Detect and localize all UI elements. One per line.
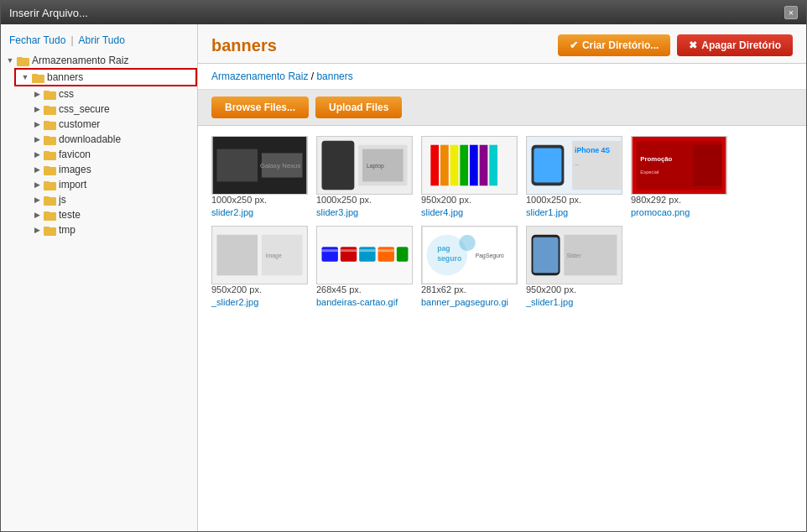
svg-rect-35 [440, 145, 449, 186]
delete-directory-button[interactable]: ✖ Apagar Diretório [677, 34, 793, 56]
svg-rect-40 [489, 145, 497, 186]
file-size-2: 1000x250 px. [316, 195, 372, 205]
expander-root: ▼ [4, 55, 16, 66]
folder-icon-downloadable [43, 133, 56, 145]
folder-icon-import [43, 179, 56, 190]
svg-rect-63 [341, 249, 357, 252]
expander-images: ▶ [31, 164, 43, 175]
browse-files-button[interactable]: Browse Files... [211, 96, 309, 118]
tree-root[interactable]: ▼ Armazenamento Raiz [1, 53, 197, 68]
svg-rect-51 [694, 145, 722, 186]
svg-rect-13 [44, 151, 49, 154]
svg-rect-3 [32, 74, 38, 77]
sidebar-item-css-secure[interactable]: ▶ css_secure [14, 102, 197, 117]
svg-rect-19 [44, 196, 49, 200]
svg-rect-57 [322, 247, 338, 261]
list-item[interactable]: pag seguro PagSeguro 281x62 px. banner_p… [421, 226, 518, 307]
open-all-link[interactable]: Abrir Tudo [79, 34, 125, 46]
create-directory-label: Criar Diretório... [582, 39, 659, 51]
close-all-link[interactable]: Fechar Tudo [9, 34, 65, 46]
svg-rect-37 [460, 145, 468, 186]
title-bar: Inserir Arquivo... × [1, 1, 806, 24]
svg-text:iPhone 4S: iPhone 4S [575, 146, 610, 154]
expander-css-secure: ▶ [31, 103, 43, 115]
sidebar-item-tmp[interactable]: ▶ tmp [14, 222, 197, 237]
list-item[interactable]: Laptop 1000x250 px. slider3.jpg [316, 136, 413, 217]
sidebar-item-favicon[interactable]: ▶ favicon [14, 147, 197, 162]
file-size-4: 1000x250 px. [526, 195, 581, 205]
folder-icon-images [43, 164, 56, 175]
check-icon: ✔ [570, 39, 578, 51]
sidebar-item-label-banners: banners [47, 71, 83, 83]
sidebar-item-banners[interactable]: ▼ banners [14, 68, 197, 86]
file-size-1: 1000x250 px. [211, 195, 267, 205]
svg-rect-21 [44, 211, 49, 215]
svg-rect-38 [470, 145, 478, 186]
svg-text:seguro: seguro [437, 254, 461, 263]
list-item[interactable]: Slider 950x200 px. _slider1.jpg [526, 226, 622, 307]
svg-rect-64 [359, 249, 375, 252]
expander-downloadable: ▶ [31, 133, 43, 145]
svg-rect-29 [322, 141, 355, 190]
file-size-8: 281x62 px. [421, 284, 466, 295]
folder-icon-js [43, 194, 56, 206]
sidebar-item-import[interactable]: ▶ import [14, 177, 197, 192]
folder-icon-teste [43, 209, 56, 221]
svg-rect-5 [44, 91, 49, 94]
list-item[interactable]: Image 950x200 px. _slider2.jpg [211, 226, 308, 307]
file-size-7: 268x45 px. [316, 284, 362, 295]
breadcrumb-root-link[interactable]: Armazenamento Raiz [211, 70, 308, 82]
list-item[interactable]: Promoção Especial 980x292 px. promocao.p… [631, 136, 727, 217]
expander-banners: ▼ [19, 71, 31, 83]
sidebar-item-label-css-secure: css_secure [59, 103, 110, 115]
svg-rect-36 [450, 145, 459, 186]
list-item[interactable]: 268x45 px. bandeiras-cartao.gif [316, 226, 413, 307]
sidebar-item-label-teste: teste [59, 209, 81, 221]
close-button[interactable]: × [784, 6, 798, 19]
main-content: Fechar Tudo | Abrir Tudo ▼ Armazenamento… [1, 24, 806, 531]
sidebar-item-label-downloadable: downloadable [59, 133, 121, 145]
folder-icon-css-secure [43, 103, 56, 115]
svg-rect-65 [378, 249, 394, 252]
svg-point-70 [459, 235, 475, 251]
file-name-9: _slider1.jpg [526, 297, 573, 307]
svg-rect-17 [44, 181, 49, 185]
list-item[interactable]: 950x200 px. slider4.jpg [421, 136, 518, 217]
breadcrumb-current-link[interactable]: banners [316, 70, 352, 82]
svg-rect-27 [262, 153, 303, 177]
header-buttons: ✔ Criar Diretório... ✖ Apagar Diretório [558, 34, 793, 56]
sidebar-item-downloadable[interactable]: ▶ downloadable [14, 132, 197, 147]
file-size-3: 950x200 px. [421, 195, 471, 205]
svg-rect-62 [322, 249, 338, 252]
folder-icon-css [43, 88, 56, 100]
svg-rect-11 [44, 136, 49, 139]
svg-rect-34 [430, 145, 439, 186]
expander-favicon: ▶ [31, 149, 43, 160]
file-name-1: slider2.jpg [211, 207, 253, 217]
svg-text:Especial: Especial [640, 170, 659, 175]
file-thumbnail-1: Galaxy Nexus [211, 136, 308, 195]
list-item[interactable]: Galaxy Nexus 1000x250 px. slider2.jpg [211, 136, 308, 217]
sidebar-item-teste[interactable]: ▶ teste [14, 207, 197, 222]
sidebar-item-label-favicon: favicon [59, 149, 91, 160]
folder-icon-banners [31, 71, 44, 83]
right-panel: banners ✔ Criar Diretório... ✖ Apagar Di… [198, 24, 806, 531]
file-name-6: _slider2.jpg [211, 297, 258, 307]
expander-import: ▶ [31, 179, 43, 190]
sidebar-item-label-js: js [59, 194, 66, 206]
list-item[interactable]: iPhone 4S ... 1000x250 px. slider1.jpg [526, 136, 622, 217]
sidebar-item-customer[interactable]: ▶ customer [14, 117, 197, 132]
expander-customer: ▶ [31, 118, 43, 130]
upload-files-button[interactable]: Upload Files [315, 96, 402, 118]
sidebar-item-js[interactable]: ▶ js [14, 192, 197, 207]
svg-rect-7 [44, 106, 49, 109]
create-directory-button[interactable]: ✔ Criar Diretório... [558, 34, 670, 56]
expander-teste: ▶ [31, 209, 43, 221]
svg-rect-23 [44, 227, 49, 230]
delete-directory-label: Apagar Diretório [701, 39, 781, 51]
sidebar-item-css[interactable]: ▶ css [14, 86, 197, 102]
sidebar-item-images[interactable]: ▶ images [14, 162, 197, 177]
file-name-2: slider3.jpg [316, 207, 358, 217]
main-window: Inserir Arquivo... × Fechar Tudo | Abrir… [0, 0, 807, 532]
x-icon: ✖ [689, 39, 697, 51]
